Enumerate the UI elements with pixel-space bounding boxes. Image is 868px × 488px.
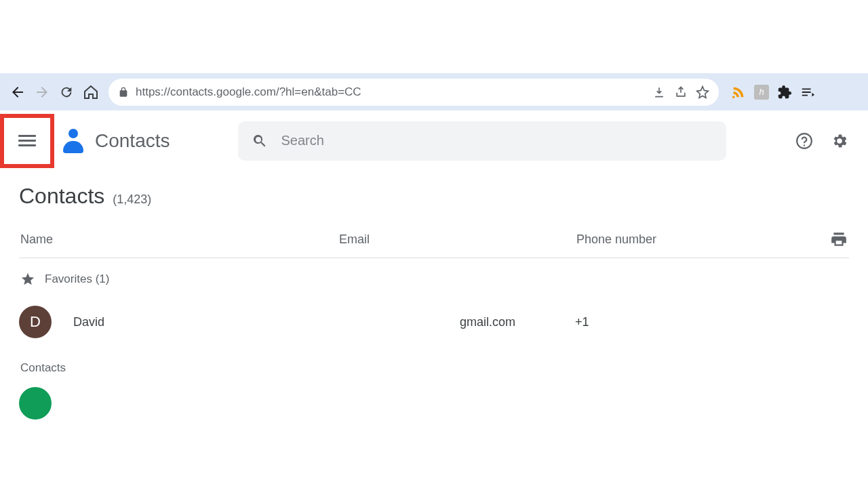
hamburger-icon [18, 132, 36, 149]
search-box[interactable] [238, 121, 726, 161]
search-input[interactable] [281, 133, 713, 148]
contact-email: gmail.com [460, 315, 575, 329]
browser-toolbar: https://contacts.google.com/?hl=en&tab=C… [0, 73, 868, 110]
contact-count: (1,423) [113, 192, 151, 207]
forward-icon[interactable] [33, 83, 52, 102]
print-icon [830, 230, 848, 248]
app-title: Contacts [95, 130, 170, 152]
help-button[interactable] [795, 131, 814, 150]
home-icon[interactable] [81, 83, 100, 102]
install-icon[interactable] [652, 85, 666, 99]
avatar[interactable] [19, 387, 52, 420]
settings-button[interactable] [830, 131, 849, 150]
contact-name: David [73, 315, 460, 329]
extension-icon[interactable]: h [754, 85, 769, 100]
main-content: Contacts (1,423) Name Email Phone number… [0, 171, 868, 432]
extensions-puzzle-icon[interactable] [777, 85, 792, 100]
contacts-logo-icon [61, 129, 85, 153]
url-text: https://contacts.google.com/?hl=en&tab=C… [136, 85, 646, 99]
main-menu-button[interactable] [0, 114, 54, 168]
lock-icon [118, 87, 129, 98]
column-phone: Phone number [576, 232, 807, 247]
back-icon[interactable] [8, 83, 27, 102]
column-name: Name [20, 232, 339, 247]
star-filled-icon [20, 272, 35, 287]
address-bar[interactable]: https://contacts.google.com/?hl=en&tab=C… [108, 79, 719, 106]
contact-row[interactable]: D David gmail.com +1 [19, 299, 849, 345]
table-header: Name Email Phone number [19, 225, 849, 258]
page-title: Contacts [19, 184, 104, 209]
share-icon[interactable] [674, 85, 688, 99]
avatar: D [19, 306, 52, 338]
contacts-section: Contacts [20, 361, 849, 375]
rss-extension-icon[interactable] [731, 85, 746, 100]
contact-phone: +1 [575, 315, 849, 329]
gear-icon [831, 132, 848, 150]
print-button[interactable] [830, 230, 848, 248]
favorites-label: Favorites (1) [45, 272, 109, 286]
help-icon [795, 132, 813, 150]
reload-icon[interactable] [57, 83, 76, 102]
contacts-label: Contacts [20, 361, 66, 375]
column-email: Email [339, 232, 576, 247]
favorites-section: Favorites (1) [20, 272, 849, 287]
search-icon [252, 133, 268, 149]
reading-list-icon[interactable] [800, 85, 815, 100]
star-icon[interactable] [696, 85, 709, 99]
app-header: Contacts [0, 110, 868, 171]
